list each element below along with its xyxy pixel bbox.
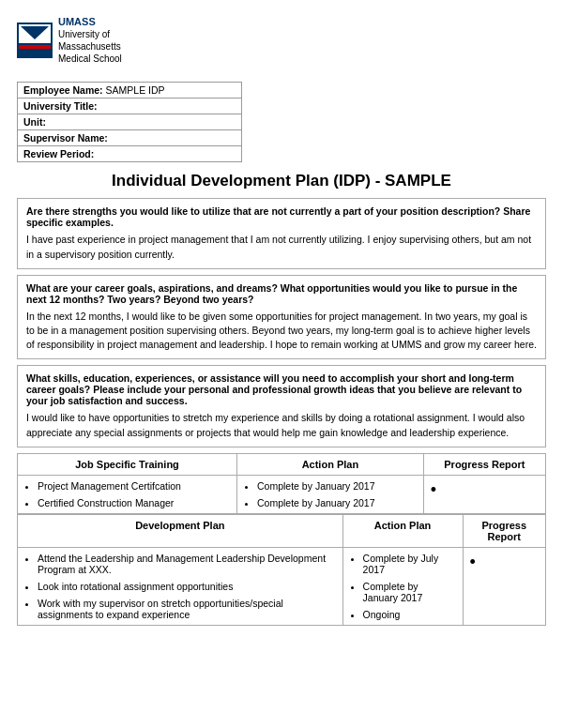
training-col: Project Management CertifcationCertified… [18, 475, 237, 513]
action-col: Complete by January 2017Complete by Janu… [237, 475, 424, 513]
training-col: Attend the Leadership and Management Lea… [18, 547, 343, 625]
logo-line3: Medical School [58, 53, 122, 64]
table-header: Job Specific Training [18, 453, 237, 475]
table-header: Progress Report [463, 514, 546, 547]
list-item: Complete by January 2017 [257, 497, 417, 508]
list-item: Complete by January 2017 [257, 480, 417, 492]
page-title: Individual Development Plan (IDP) - SAMP… [17, 172, 546, 190]
list-item: Complete by January 2017 [363, 581, 456, 603]
list-item: Attend the Leadership and Management Lea… [38, 553, 336, 575]
section-question-3: What skills, education, experiences, or … [26, 372, 537, 406]
logo-text: UMASS University of Massachusetts Medica… [58, 15, 122, 65]
page-header: UMASS University of Massachusetts Medica… [17, 15, 546, 72]
section-question-1: Are there strengths you would like to ut… [26, 205, 537, 228]
section-box-2: What are your career goals, aspirations,… [17, 275, 546, 360]
info-field: Employee Name: SAMPLE IDP [18, 83, 242, 99]
info-field: Review Period: [18, 146, 242, 162]
section-box-1: Are there strengths you would like to ut… [17, 198, 546, 268]
action-col: Complete by July 2017Complete by January… [342, 547, 463, 625]
section-answer-2: In the next 12 months, I would like to b… [26, 310, 537, 353]
employee-info-table: Employee Name: SAMPLE IDPUniversity Titl… [17, 82, 242, 162]
umass-logo-icon [17, 23, 53, 58]
table-header: Action Plan [237, 453, 424, 475]
list-item: Certified Construction Manager [38, 497, 230, 508]
section-answer-1: I have past experience in project manage… [26, 233, 537, 261]
list-item: Look into rotational assignment opportun… [38, 581, 336, 592]
progress-col: • [423, 475, 545, 513]
list-item: Ongoing [363, 609, 456, 620]
info-field: Supervisor Name: [18, 130, 242, 146]
table-header: Action Plan [342, 514, 463, 547]
svg-rect-4 [19, 51, 51, 54]
job-training-table: Job Specific TrainingAction PlanProgress… [17, 453, 546, 514]
table-header: Development Plan [18, 514, 343, 547]
section-question-2: What are your career goals, aspirations,… [26, 282, 537, 305]
table-header: Progress Report [423, 453, 545, 475]
section-box-3: What skills, education, experiences, or … [17, 365, 546, 447]
list-item: Work with my supervisor on stretch oppor… [38, 598, 336, 620]
list-item: Project Management Certifcation [38, 480, 230, 492]
logo-block: UMASS University of Massachusetts Medica… [17, 15, 122, 65]
progress-col: • [463, 547, 546, 625]
info-field: Unit: [18, 114, 242, 130]
svg-rect-3 [19, 45, 51, 49]
info-field: University Title: [18, 99, 242, 114]
logo-line1: University of [58, 29, 110, 39]
umass-label: UMASS [58, 16, 96, 27]
development-table: Development PlanAction PlanProgress Repo… [17, 514, 546, 626]
section-answer-3: I would like to have opportunities to st… [26, 411, 537, 439]
list-item: Complete by July 2017 [363, 553, 456, 575]
logo-line2: Massachusetts [58, 41, 121, 52]
